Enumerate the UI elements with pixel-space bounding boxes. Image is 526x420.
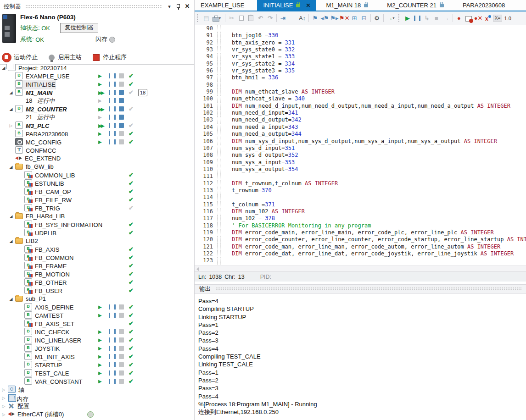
tree-item-Project_20230714[interactable]: ◢Project: 20230714 (0, 64, 194, 72)
tree-item-LIB2[interactable]: ◢LIB2 (0, 237, 194, 245)
collapse-icon[interactable]: ◢ (1, 64, 6, 72)
stop-icon[interactable] (119, 73, 124, 78)
pin-icon[interactable] (176, 4, 181, 10)
reset-controller-button[interactable]: 复位控制器 (60, 23, 98, 33)
tree-item-STARTUP[interactable]: STARTUP▶✔ (0, 361, 194, 369)
tree-item-CAMTEST[interactable]: CAMTEST▶✔ (0, 311, 194, 320)
stop-icon[interactable] (119, 304, 124, 309)
pause-icon[interactable] (109, 106, 116, 111)
tree-item-FB_AXIS[interactable]: FB_AXIS✔ (0, 245, 194, 254)
stop-icon[interactable] (119, 131, 124, 136)
breakpoint-icon[interactable]: ● (454, 13, 464, 23)
tree-item-FB_FRAME[interactable]: FB_FRAME✔ (0, 262, 194, 270)
tree-item-FB_OTHER[interactable]: FB_OTHER✔ (0, 278, 194, 287)
run-icon[interactable]: ▶ (98, 353, 102, 361)
save-icon[interactable]: ▤ (201, 13, 211, 23)
pause-icon[interactable] (109, 362, 116, 367)
tree-item-FB_USER[interactable]: FB_USER✔ (0, 287, 194, 295)
run-icon[interactable]: ▶ (98, 72, 102, 80)
tree-item-_[interactable]: ▷轴 (0, 386, 194, 394)
run-icon[interactable]: ▶ (98, 369, 102, 377)
bookmark-icon[interactable]: ⚑ (310, 13, 320, 23)
pause-icon[interactable] (109, 379, 116, 384)
step-into-icon[interactable]: ↳ (422, 13, 432, 23)
tree-item-ESTUNLIB[interactable]: ESTUNLIB✔ (0, 179, 194, 188)
expand-icon[interactable]: ▷ (8, 122, 14, 130)
download-program-icon[interactable]: → (385, 13, 395, 23)
run-icon[interactable]: ▶ (98, 344, 102, 353)
pause-icon[interactable] (109, 131, 116, 136)
tab-M1_MAIN_18[interactable]: M1_MAIN 18 (320, 0, 374, 11)
tree-item-FB_CAM_OP[interactable]: FB_CAM_OP✔ (0, 188, 194, 196)
tree-item-TEST_CALE[interactable]: TEST_CALE▶✔ (0, 369, 194, 377)
tab-EXAMPLE_USE[interactable]: EXAMPLE_USE (195, 0, 250, 11)
tree-item-INC_CHECK[interactable]: INC_CHECK▶✔ (0, 328, 194, 336)
run-icon[interactable]: ▶ (98, 138, 102, 146)
pause-icon[interactable] (109, 73, 116, 78)
tree-item-AXIS_DEFINE[interactable]: AXIS_DEFINE▶✔ (0, 303, 194, 311)
expand-icon[interactable]: ▷ (1, 410, 6, 419)
run-icon[interactable]: ▶▶ (98, 88, 103, 97)
run-icon[interactable]: ▶ (98, 113, 102, 122)
tree-item-FB_AXIS_SET[interactable]: FB_AXIS_SET✔ (0, 320, 194, 328)
tab-close-icon[interactable]: ✕ (306, 2, 310, 9)
stop-icon[interactable] (119, 106, 124, 111)
stop-icon[interactable] (119, 354, 124, 359)
continue-icon[interactable]: → (442, 13, 451, 23)
paste-icon[interactable] (246, 13, 256, 23)
tab-PARA20230608[interactable]: PARA20230608 (457, 0, 511, 11)
collapse-icon[interactable]: ◢ (8, 212, 14, 221)
tree-item-sub_P1[interactable]: ◢sub_P1 (0, 295, 194, 303)
tree-item-MC_CONFIG[interactable]: MC_CONFIG▶✔ (0, 138, 194, 146)
run-icon[interactable]: ▶ (98, 311, 102, 320)
run-icon[interactable]: ▶ (98, 328, 102, 336)
tree-item-M1_MAIN[interactable]: ◢M1_MAIN▶▶✔18 (0, 88, 194, 97)
prev-bookmark-icon[interactable]: ◂⚑ (320, 13, 330, 23)
tree-item-EC_EXTEND[interactable]: EC_EXTEND (0, 155, 194, 163)
cut-icon[interactable]: ✂ (227, 13, 236, 23)
tree-item-_[interactable]: ▷配置 (0, 402, 194, 410)
pause-icon[interactable] (109, 90, 116, 95)
find-icon[interactable] (288, 13, 297, 23)
pause-icon[interactable] (109, 329, 116, 334)
stop-icon[interactable] (119, 346, 124, 351)
copy-icon[interactable] (236, 13, 246, 23)
stop-icon[interactable] (119, 98, 124, 103)
tree-item-FB_COMMON[interactable]: FB_COMMON✔ (0, 254, 194, 262)
run-icon[interactable]: ▶ (98, 377, 102, 386)
trace-debug-icon[interactable] (483, 13, 493, 23)
stop-icon[interactable] (119, 90, 124, 95)
goto-line-icon[interactable]: ⇥ (278, 13, 288, 23)
toggle-breakpoint-icon[interactable] (464, 13, 474, 23)
tree-item-FB_MOTION[interactable]: FB_MOTION✔ (0, 270, 194, 278)
pause-icon[interactable] (109, 370, 116, 376)
pause-program-icon[interactable] (413, 13, 422, 23)
pause-icon[interactable] (109, 98, 116, 103)
editor-options-icon[interactable]: ⚙ (372, 13, 382, 23)
tree-item-EXAMPLE_USE[interactable]: EXAMPLE_USE▶✔ (0, 72, 194, 80)
tree-item-FB_SYS_INFORMATION[interactable]: FB_SYS_INFORMATION✔ (0, 221, 194, 229)
tree-item-21[interactable]: 21运行中▶ (0, 113, 194, 122)
tree-item-18[interactable]: 18运行中▶ (0, 97, 194, 105)
tree-item-PARA20230608[interactable]: PARA20230608▶✔ (0, 130, 194, 138)
tree-item-INITIALISE[interactable]: INITIALISE▶✔ (0, 80, 194, 88)
watch-icon[interactable]: X= (493, 13, 503, 23)
collapse-icon[interactable]: ◢ (8, 295, 14, 303)
collapse-icon[interactable]: ◢ (8, 237, 14, 245)
stop-icon[interactable] (119, 313, 124, 318)
tree-item-CONFMCC[interactable]: CONFMCC (0, 146, 194, 155)
tree-item-EtherCAT_0_[interactable]: ▷EtherCAT (插槽0) (0, 410, 194, 419)
collapse-icon[interactable]: ◢ (8, 105, 14, 113)
stop-icon[interactable] (119, 337, 124, 343)
redo-icon[interactable]: ↷ (265, 13, 275, 23)
expand-icon[interactable]: ▷ (1, 394, 6, 402)
run-icon[interactable]: ▶ (98, 130, 102, 138)
close-icon[interactable]: ✕ (184, 3, 190, 10)
run-icon[interactable]: ▶ (98, 336, 102, 344)
tab-M2_COUNTER_21[interactable]: M2_COUNTER 21 (381, 0, 450, 11)
tree-item-INC_LINELASER[interactable]: INC_LINELASER▶✔ (0, 336, 194, 344)
pause-icon[interactable] (109, 304, 116, 309)
pause-icon[interactable] (109, 313, 116, 318)
expand-icon[interactable]: ▷ (1, 402, 6, 410)
clear-bookmarks-icon[interactable]: ⚑✕ (339, 13, 350, 23)
